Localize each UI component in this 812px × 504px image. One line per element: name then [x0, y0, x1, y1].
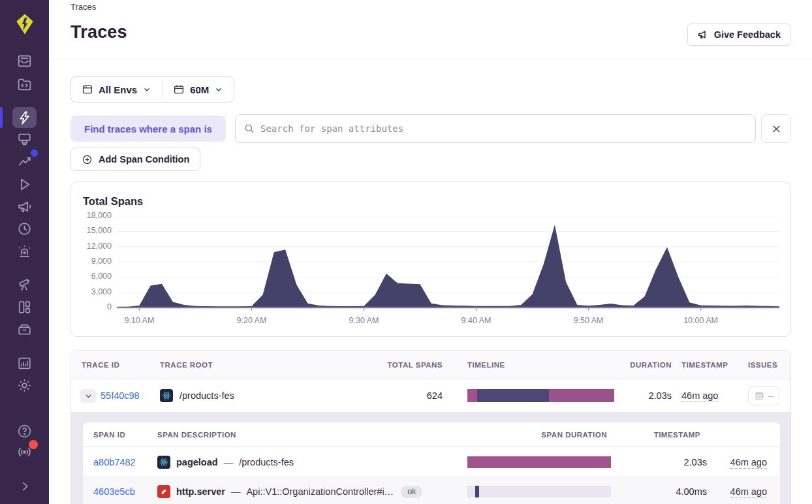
span-description: /products-fes: [239, 457, 294, 467]
sidebar: [0, 0, 49, 504]
x-axis-tick-label: 9:50 AM: [559, 316, 618, 325]
react-project-icon: [160, 389, 173, 402]
issues-icon: [755, 391, 764, 401]
trace-timestamp[interactable]: 46m ago: [681, 390, 718, 402]
sidebar-item-issues[interactable]: [12, 50, 37, 71]
selected-nav-indicator: [0, 107, 3, 128]
bar-segment: [467, 389, 477, 402]
ruby-project-icon: [157, 485, 170, 498]
y-axis-tick-label: 9,000: [78, 257, 112, 266]
sidebar-item-settings[interactable]: [12, 375, 37, 396]
traces-table: Trace ID Trace Root Total Spans Timeline…: [70, 350, 791, 504]
megaphone-icon: [16, 198, 33, 215]
span-separator: —: [224, 457, 234, 467]
chart-line-icon: [16, 153, 33, 170]
sidebar-item-archive[interactable]: [12, 319, 37, 339]
layout-icon: [16, 299, 33, 315]
projector-icon: [16, 131, 33, 148]
search-icon: [243, 123, 255, 134]
span-description: Api::V1::OrganizationController#i…: [246, 486, 394, 497]
span-op: pageload: [176, 457, 218, 467]
total-spans-chart-panel: Total Spans 03,0006,0009,00012,00015,000…: [70, 181, 791, 337]
span-op: http.server: [176, 486, 225, 497]
bar-segment: [467, 456, 611, 468]
sidebar-item-projects[interactable]: [12, 74, 37, 95]
col-issues: Issues: [748, 361, 791, 369]
add-span-condition-button[interactable]: Add Span Condition: [70, 148, 200, 171]
col-timestamp: Timestamp: [681, 361, 748, 369]
x-axis-tick-label: 9:20 AM: [222, 316, 281, 325]
sidebar-item-feedback[interactable]: [12, 196, 37, 217]
col-span-duration: Span Duration: [467, 431, 614, 439]
chevron-down-icon: [214, 85, 223, 94]
page-title: Traces: [70, 22, 127, 42]
y-axis-tick-label: 3,000: [78, 287, 112, 296]
folder-code-icon: [16, 76, 33, 93]
span-duration-bar: [467, 456, 611, 468]
sidebar-item-replays[interactable]: [12, 174, 37, 195]
chevron-down-icon: [84, 392, 93, 400]
trace-issues-button[interactable]: –: [748, 386, 779, 405]
sidebar-item-history[interactable]: [12, 218, 37, 239]
expanded-spans-section: Span ID Span Description Span Duration T…: [71, 412, 790, 504]
traces-table-header: Trace ID Trace Root Total Spans Timeline…: [71, 351, 790, 379]
sidebar-item-boards[interactable]: [12, 296, 37, 317]
trace-timeline-bar: [467, 389, 614, 402]
span-duration-bar: [467, 486, 611, 497]
app-logo[interactable]: [12, 11, 38, 37]
siren-icon: [16, 244, 33, 260]
sidebar-item-dashboards[interactable]: [12, 129, 37, 150]
telescope-icon: [16, 277, 33, 293]
col-timeline: Timeline: [443, 361, 619, 369]
span-search-input[interactable]: [260, 123, 747, 134]
issues-count-dash: –: [768, 390, 773, 401]
span-timestamp[interactable]: 46m ago: [730, 457, 767, 469]
x-axis-tick-label: 9:30 AM: [334, 316, 393, 325]
sidebar-item-alerts[interactable]: [12, 241, 37, 262]
sidebar-item-explore[interactable]: [12, 107, 37, 128]
span-duration-value: 4.00ms: [614, 486, 713, 497]
collapse-trace-button[interactable]: [80, 389, 96, 403]
sidebar-item-stats[interactable]: [12, 353, 37, 373]
col-span-timestamp: Timestamp: [614, 431, 713, 439]
span-id-link[interactable]: a80b7482: [93, 457, 136, 467]
bar-segment: [475, 486, 479, 497]
span-row: a80b7482 pageload — /products-fes 2.03s …: [83, 447, 780, 477]
y-axis-tick-label: 12,000: [78, 242, 112, 251]
clear-search-button[interactable]: [761, 114, 791, 143]
sidebar-collapse-toggle[interactable]: [12, 476, 37, 497]
megaphone-icon: [697, 29, 709, 40]
span-timestamp[interactable]: 46m ago: [730, 486, 767, 498]
total-spans-area-chart: 03,0006,0009,00012,00015,00018,000 9:10 …: [78, 216, 785, 340]
total-spans-value: 624: [348, 390, 443, 401]
area-chart-plot: [117, 216, 779, 311]
span-id-link[interactable]: 4603e5cb: [93, 486, 135, 497]
gear-icon: [16, 377, 33, 394]
react-project-icon: [157, 456, 170, 469]
y-axis-tick-label: 18,000: [78, 211, 112, 220]
y-axis-tick-label: 6,000: [78, 272, 112, 281]
time-period-filter[interactable]: 60M: [163, 77, 234, 102]
sidebar-item-whats-new[interactable]: [12, 441, 37, 462]
y-axis-tick-label: 15,000: [78, 226, 112, 235]
give-feedback-label: Give Feedback: [714, 29, 781, 40]
give-feedback-button[interactable]: Give Feedback: [687, 24, 790, 46]
x-axis-tick-label: 10:00 AM: [672, 316, 730, 325]
trace-id-link[interactable]: 55f40c98: [101, 390, 140, 401]
whats-new-badge-dot: [29, 440, 38, 449]
sidebar-item-help[interactable]: [12, 420, 37, 441]
sidebar-item-insights[interactable]: [12, 151, 37, 172]
window-icon: [82, 84, 93, 95]
x-axis-tick-label: 9:40 AM: [447, 316, 506, 325]
diamond-bolt-logo-icon: [14, 13, 36, 35]
sidebar-item-discover[interactable]: [12, 274, 37, 295]
span-row: 4603e5cb http.server — Api::V1::Organiza…: [83, 477, 780, 504]
environment-filter[interactable]: All Envs: [71, 77, 162, 102]
trace-duration-value: 2.03s: [619, 390, 681, 401]
environment-filter-label: All Envs: [99, 84, 137, 95]
bar-segment: [549, 389, 614, 402]
add-span-condition-label: Add Span Condition: [99, 154, 189, 165]
find-traces-label: Find traces where a span is: [70, 116, 226, 142]
breadcrumb[interactable]: Traces: [70, 2, 96, 12]
chart-title: Total Spans: [83, 195, 143, 208]
